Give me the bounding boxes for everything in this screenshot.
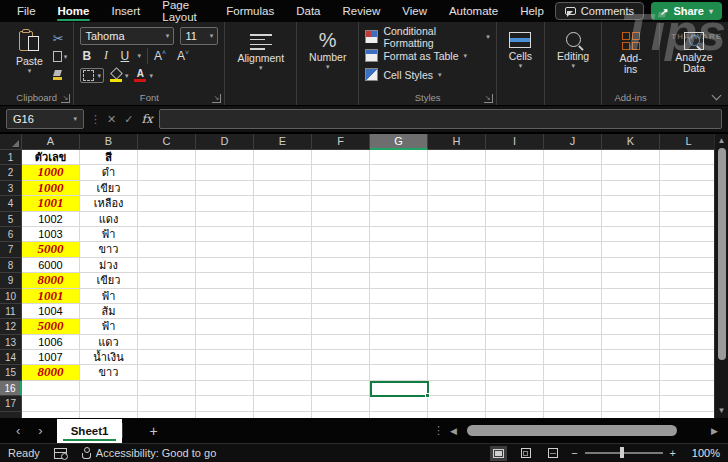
cell-J7[interactable] xyxy=(544,242,602,257)
cell-E15[interactable] xyxy=(254,365,312,380)
cell-K5[interactable] xyxy=(602,212,660,227)
column-header-A[interactable]: A xyxy=(22,134,80,150)
menu-item-data[interactable]: Data xyxy=(285,0,331,22)
cell-B14[interactable]: น้ำเงิน xyxy=(80,350,138,365)
cell-B17[interactable] xyxy=(80,396,138,411)
addins-button[interactable]: Add-ins xyxy=(608,27,653,77)
cell-J5[interactable] xyxy=(544,212,602,227)
cell-A15[interactable]: 8000 xyxy=(22,365,80,380)
cell-J12[interactable] xyxy=(544,319,602,334)
column-header-H[interactable]: H xyxy=(428,134,486,150)
cell-K7[interactable] xyxy=(602,242,660,257)
cell-J14[interactable] xyxy=(544,350,602,365)
cell-E4[interactable] xyxy=(254,196,312,211)
cell-I10[interactable] xyxy=(486,289,544,304)
cell-E6[interactable] xyxy=(254,227,312,242)
scroll-right-icon[interactable]: ▶ xyxy=(711,426,718,436)
cell-K8[interactable] xyxy=(602,258,660,273)
cell-H10[interactable] xyxy=(428,289,486,304)
cell-I15[interactable] xyxy=(486,365,544,380)
row-header-17[interactable]: 17 xyxy=(0,396,22,411)
cell-G12[interactable] xyxy=(370,319,428,334)
cell-K2[interactable] xyxy=(602,165,660,180)
conditional-formatting-button[interactable]: Conditional Formatting ▾ xyxy=(365,28,489,45)
cell-L13[interactable] xyxy=(660,335,714,350)
cell-G14[interactable] xyxy=(370,350,428,365)
cell-G15[interactable] xyxy=(370,365,428,380)
cell-I12[interactable] xyxy=(486,319,544,334)
cell-D3[interactable] xyxy=(196,181,254,196)
tab-splitter-icon[interactable]: ⋮ xyxy=(433,418,444,443)
scroll-up-icon[interactable]: ▲ xyxy=(718,134,726,147)
cancel-formula-icon[interactable]: ✕ xyxy=(107,113,116,126)
row-header-12[interactable]: 12 xyxy=(0,319,22,334)
cell-J16[interactable] xyxy=(544,381,602,396)
menu-item-view[interactable]: View xyxy=(391,0,438,22)
cell-G11[interactable] xyxy=(370,304,428,319)
cell-F1[interactable] xyxy=(312,150,370,165)
zoom-slider[interactable] xyxy=(585,452,663,453)
cell-H8[interactable] xyxy=(428,258,486,273)
cell-L12[interactable] xyxy=(660,319,714,334)
cell-C11[interactable] xyxy=(138,304,196,319)
cell-H17[interactable] xyxy=(428,396,486,411)
row-header-1[interactable]: 1 xyxy=(0,150,22,165)
column-header-D[interactable]: D xyxy=(196,134,254,150)
format-as-table-button[interactable]: Format as Table ▾ xyxy=(365,47,489,64)
cell-K10[interactable] xyxy=(602,289,660,304)
cell-J13[interactable] xyxy=(544,335,602,350)
page-layout-view-button[interactable] xyxy=(517,446,534,461)
menu-item-home[interactable]: Home xyxy=(47,0,101,22)
column-header-G[interactable]: G xyxy=(370,134,428,150)
cell-G9[interactable] xyxy=(370,273,428,288)
cell-C9[interactable] xyxy=(138,273,196,288)
cell-D15[interactable] xyxy=(196,365,254,380)
cell-D9[interactable] xyxy=(196,273,254,288)
insert-function-icon[interactable]: fx xyxy=(141,112,152,126)
column-header-F[interactable]: F xyxy=(312,134,370,150)
menu-item-insert[interactable]: Insert xyxy=(100,0,151,22)
zoom-out-button[interactable]: − xyxy=(571,447,577,459)
menu-item-help[interactable]: Help xyxy=(509,0,555,22)
cell-I16[interactable] xyxy=(486,381,544,396)
cell-L10[interactable] xyxy=(660,289,714,304)
styles-dialog-launcher[interactable]: ↘ xyxy=(484,94,493,103)
cell-D8[interactable] xyxy=(196,258,254,273)
cell-I13[interactable] xyxy=(486,335,544,350)
cell-styles-button[interactable]: Cell Styles ▾ xyxy=(365,66,489,83)
cell-D10[interactable] xyxy=(196,289,254,304)
alignment-button[interactable]: Alignment ▾ xyxy=(231,27,290,73)
cell-H3[interactable] xyxy=(428,181,486,196)
column-header-B[interactable]: B xyxy=(80,134,138,150)
cell-H7[interactable] xyxy=(428,242,486,257)
cell-E8[interactable] xyxy=(254,258,312,273)
cell-F6[interactable] xyxy=(312,227,370,242)
cell-H1[interactable] xyxy=(428,150,486,165)
cell-B6[interactable]: ฟ้า xyxy=(80,227,138,242)
cell-H12[interactable] xyxy=(428,319,486,334)
cell-C12[interactable] xyxy=(138,319,196,334)
select-all-corner[interactable] xyxy=(0,134,22,150)
cell-B1[interactable]: สี xyxy=(80,150,138,165)
cell-A11[interactable]: 1004 xyxy=(22,304,80,319)
cell-D13[interactable] xyxy=(196,335,254,350)
vertical-scroll-thumb[interactable] xyxy=(718,148,726,360)
cell-F8[interactable] xyxy=(312,258,370,273)
page-break-view-button[interactable] xyxy=(544,446,561,461)
row-header-6[interactable]: 6 xyxy=(0,227,22,242)
cell-B7[interactable]: ขาว xyxy=(80,242,138,257)
cell-A7[interactable]: 5000 xyxy=(22,242,80,257)
row-header-8[interactable]: 8 xyxy=(0,258,22,273)
cell-E13[interactable] xyxy=(254,335,312,350)
cell-C4[interactable] xyxy=(138,196,196,211)
cell-G7[interactable] xyxy=(370,242,428,257)
cell-C10[interactable] xyxy=(138,289,196,304)
cell-J3[interactable] xyxy=(544,181,602,196)
next-sheet-icon[interactable]: › xyxy=(38,423,42,438)
menu-item-review[interactable]: Review xyxy=(332,0,392,22)
cell-G5[interactable] xyxy=(370,212,428,227)
cell-E3[interactable] xyxy=(254,181,312,196)
scroll-left-icon[interactable]: ◀ xyxy=(450,426,457,436)
row-header-9[interactable]: 9 xyxy=(0,273,22,288)
cell-F16[interactable] xyxy=(312,381,370,396)
